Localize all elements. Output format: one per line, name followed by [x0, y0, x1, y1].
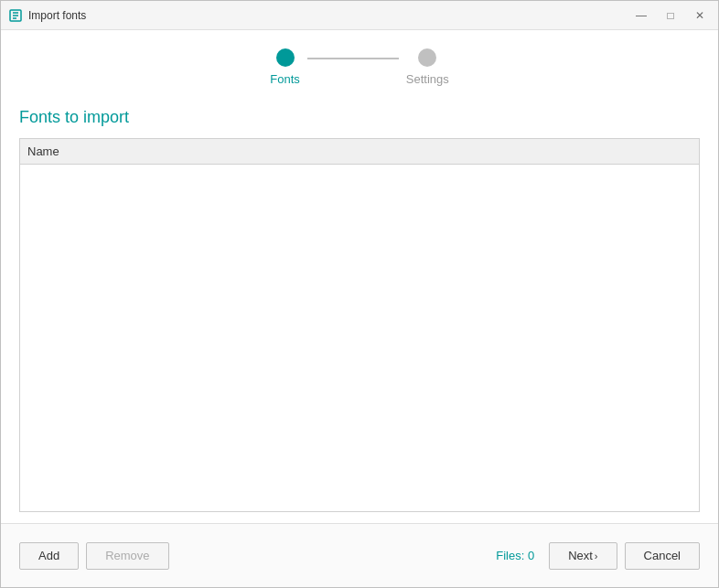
- step-fonts-circle: [276, 48, 295, 67]
- step-fonts: Fonts: [270, 48, 300, 86]
- next-button[interactable]: Next›: [549, 542, 617, 570]
- remove-button[interactable]: Remove: [86, 542, 168, 570]
- files-count: Files: 0: [496, 549, 534, 562]
- step-settings-circle: [418, 48, 436, 67]
- step-settings: Settings: [406, 48, 449, 86]
- next-label: Next: [568, 549, 593, 562]
- files-prefix: Files:: [496, 549, 528, 562]
- step-connector: [307, 58, 399, 59]
- chevron-right-icon: ›: [595, 551, 598, 561]
- cancel-button[interactable]: Cancel: [625, 542, 700, 570]
- table-header: Name: [20, 139, 699, 165]
- add-button[interactable]: Add: [19, 542, 79, 570]
- title-bar: Import fonts — □ ✕: [1, 1, 718, 30]
- window-controls: — □ ✕: [630, 5, 711, 27]
- table-body[interactable]: [20, 165, 699, 511]
- fonts-table: Name: [19, 138, 700, 512]
- close-button[interactable]: ✕: [689, 5, 711, 27]
- files-count-value: 0: [528, 549, 534, 562]
- window-title: Import fonts: [28, 9, 630, 22]
- step-fonts-label: Fonts: [270, 72, 300, 86]
- import-fonts-window: Import fonts — □ ✕ Fonts Settings Fonts …: [0, 0, 719, 588]
- section-title: Fonts to import: [19, 108, 700, 127]
- step-settings-label: Settings: [406, 72, 449, 86]
- window-icon: [8, 8, 23, 23]
- maximize-button[interactable]: □: [660, 5, 681, 27]
- minimize-button[interactable]: —: [630, 5, 652, 27]
- bottom-bar: Add Remove Files: 0 Next› Cancel: [1, 523, 718, 587]
- name-column-header: Name: [27, 144, 692, 158]
- stepper: Fonts Settings: [19, 48, 700, 86]
- bottom-right-actions: Next› Cancel: [549, 542, 700, 570]
- bottom-left-actions: Add Remove: [19, 542, 496, 570]
- content-area: Fonts Settings Fonts to import Name: [1, 30, 718, 512]
